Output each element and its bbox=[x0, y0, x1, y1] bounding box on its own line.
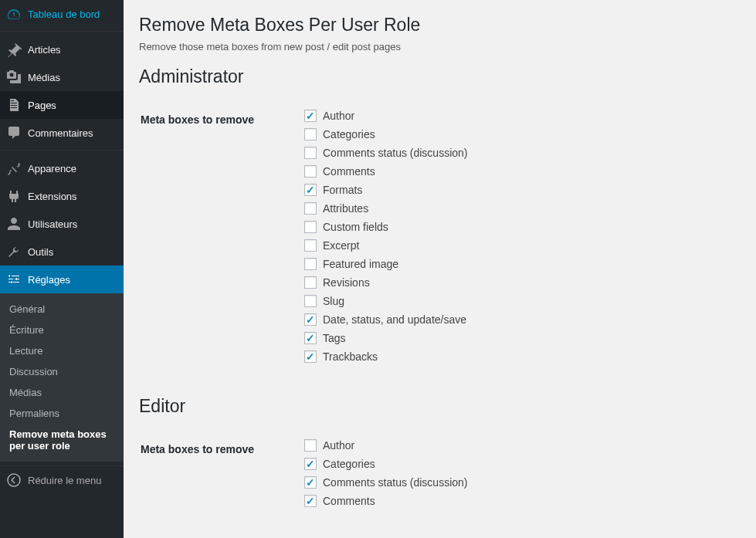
checkbox[interactable] bbox=[304, 350, 317, 363]
sidebar-item-appearance[interactable]: Apparence bbox=[0, 154, 124, 182]
checkbox[interactable] bbox=[304, 476, 317, 489]
sidebar-item-settings[interactable]: Réglages bbox=[0, 266, 124, 293]
checkbox-label[interactable]: Author bbox=[323, 439, 354, 452]
checkbox[interactable] bbox=[304, 313, 317, 326]
checkbox-row: Tags bbox=[304, 332, 731, 344]
plugins-icon bbox=[6, 188, 22, 204]
checkbox-label[interactable]: Categories bbox=[323, 458, 375, 470]
checkbox-row: Comments status (discussion) bbox=[304, 476, 731, 489]
checkbox-row: Categories bbox=[304, 458, 731, 470]
checkbox-row: Comments status (discussion) bbox=[304, 147, 731, 159]
page-title: Remove Meta Boxes Per User Role bbox=[139, 8, 741, 39]
appearance-icon bbox=[6, 161, 22, 176]
sidebar-item-label: Tableau de bord bbox=[28, 8, 100, 20]
users-icon bbox=[6, 216, 22, 232]
checkbox-label[interactable]: Featured image bbox=[323, 258, 398, 270]
pages-icon bbox=[6, 97, 22, 113]
checkbox[interactable] bbox=[304, 128, 317, 140]
checkbox-row: Excerpt bbox=[304, 239, 731, 252]
checkbox[interactable] bbox=[304, 110, 317, 122]
checkbox-row: Revisions bbox=[304, 276, 731, 289]
sidebar-item-media[interactable]: Médias bbox=[0, 63, 124, 91]
menu-separator bbox=[0, 28, 124, 32]
checkbox[interactable] bbox=[304, 258, 317, 270]
checkbox-row: Custom fields bbox=[304, 221, 731, 233]
checkbox[interactable] bbox=[304, 147, 317, 159]
checkbox-label[interactable]: Comments status (discussion) bbox=[323, 476, 468, 489]
checkbox-label[interactable]: Categories bbox=[323, 128, 375, 140]
checkbox[interactable] bbox=[304, 495, 317, 507]
submenu-item[interactable]: Discussion bbox=[0, 361, 124, 382]
sidebar-item-tools[interactable]: Outils bbox=[0, 238, 124, 266]
checkbox-row: Slug bbox=[304, 295, 731, 307]
checkbox-label[interactable]: Excerpt bbox=[323, 239, 359, 252]
checkbox-row: Trackbacks bbox=[304, 350, 731, 363]
checkbox-label[interactable]: Comments status (discussion) bbox=[323, 147, 468, 159]
checkbox[interactable] bbox=[304, 332, 317, 344]
submenu-item[interactable]: Permaliens bbox=[0, 403, 124, 424]
checkbox-label[interactable]: Slug bbox=[323, 295, 344, 307]
checkbox-row: Featured image bbox=[304, 258, 731, 270]
submenu-item[interactable]: Lecture bbox=[0, 340, 124, 361]
checkbox-label[interactable]: Formats bbox=[323, 184, 362, 196]
checkbox-label[interactable]: Tags bbox=[323, 332, 346, 344]
checkbox[interactable] bbox=[304, 458, 317, 470]
submenu-item[interactable]: Écriture bbox=[0, 320, 124, 340]
settings-icon bbox=[6, 272, 22, 287]
checkbox[interactable] bbox=[304, 165, 317, 178]
sidebar-item-label: Médias bbox=[28, 72, 60, 83]
checkbox-row: Formats bbox=[304, 184, 731, 196]
checkbox-label[interactable]: Attributes bbox=[323, 202, 368, 215]
comments-icon bbox=[6, 125, 22, 140]
checkbox[interactable] bbox=[304, 239, 317, 252]
checkbox-row: Author bbox=[304, 439, 731, 452]
sidebar-item-label: Articles bbox=[28, 44, 61, 56]
checkbox-label[interactable]: Date, status, and update/save bbox=[323, 313, 466, 326]
checkbox-label[interactable]: Author bbox=[323, 110, 354, 122]
section-heading: Editor bbox=[139, 396, 741, 417]
sidebar-item-comments[interactable]: Commentaires bbox=[0, 119, 124, 147]
submenu-item[interactable]: Général bbox=[0, 299, 124, 320]
sidebar-item-users[interactable]: Utilisateurs bbox=[0, 210, 124, 238]
checkbox[interactable] bbox=[304, 202, 317, 215]
submenu-item[interactable]: Médias bbox=[0, 382, 124, 403]
sidebar-item-label: Pages bbox=[28, 100, 56, 111]
tools-icon bbox=[6, 244, 22, 259]
dashboard-icon bbox=[6, 6, 22, 22]
checkbox-label[interactable]: Comments bbox=[323, 495, 375, 507]
sidebar-item-pin[interactable]: Articles bbox=[0, 36, 124, 63]
checkbox-row: Comments bbox=[304, 495, 731, 507]
checkbox-row: Attributes bbox=[304, 202, 731, 215]
menu-separator bbox=[0, 147, 124, 151]
page-description: Remove those meta boxes from new post / … bbox=[139, 41, 741, 52]
field-label: Meta boxes to remove bbox=[141, 428, 295, 525]
collapse-menu[interactable]: Réduire le menu bbox=[0, 465, 124, 494]
checkbox-label[interactable]: Comments bbox=[323, 165, 375, 178]
checkbox[interactable] bbox=[304, 184, 317, 196]
checkbox[interactable] bbox=[304, 276, 317, 289]
sidebar-item-label: Outils bbox=[28, 246, 53, 258]
main-content: Remove Meta Boxes Per User Role Remove t… bbox=[124, 0, 756, 538]
checkbox-label[interactable]: Revisions bbox=[323, 276, 370, 289]
admin-sidebar: Tableau de bordArticlesMédiasPagesCommen… bbox=[0, 0, 124, 538]
checkbox-label[interactable]: Trackbacks bbox=[323, 350, 378, 363]
checkbox-row: Author bbox=[304, 110, 731, 122]
sidebar-item-label: Utilisateurs bbox=[28, 218, 77, 230]
checkbox-row: Comments bbox=[304, 165, 731, 178]
submenu-item[interactable]: Remove meta boxes per user role bbox=[0, 424, 124, 456]
pin-icon bbox=[6, 42, 22, 57]
checkbox[interactable] bbox=[304, 221, 317, 233]
sidebar-item-label: Commentaires bbox=[28, 127, 93, 139]
checkbox-row: Date, status, and update/save bbox=[304, 313, 731, 326]
sidebar-item-label: Extensions bbox=[28, 191, 77, 202]
sidebar-item-label: Réglages bbox=[28, 274, 70, 286]
sidebar-item-pages[interactable]: Pages bbox=[0, 91, 124, 119]
checkbox-label[interactable]: Custom fields bbox=[323, 221, 388, 233]
sidebar-item-label: Apparence bbox=[28, 163, 76, 174]
checkbox[interactable] bbox=[304, 439, 317, 452]
sidebar-item-dashboard[interactable]: Tableau de bord bbox=[0, 0, 124, 28]
sidebar-item-plugins[interactable]: Extensions bbox=[0, 182, 124, 210]
collapse-label: Réduire le menu bbox=[28, 475, 101, 486]
field-label: Meta boxes to remove bbox=[141, 98, 295, 381]
checkbox[interactable] bbox=[304, 295, 317, 307]
